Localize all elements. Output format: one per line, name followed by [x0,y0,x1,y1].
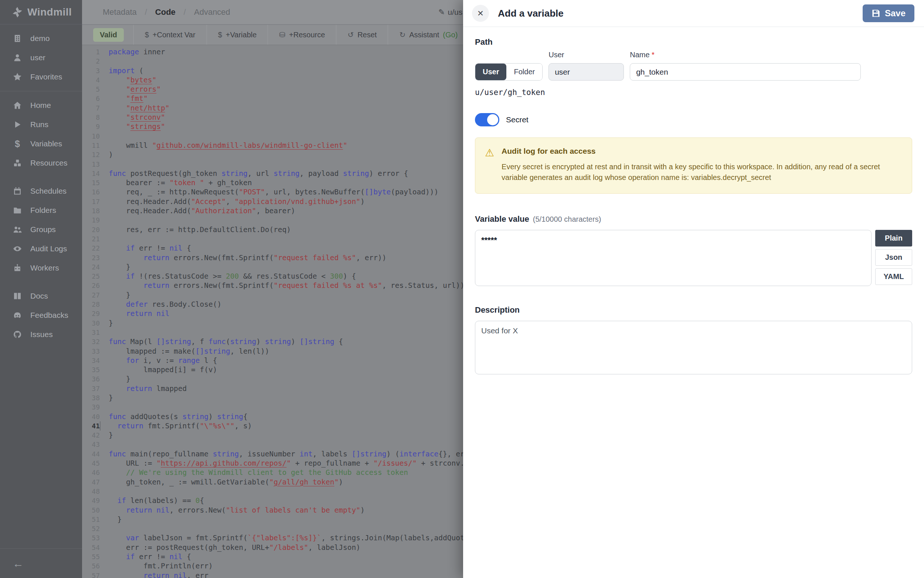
sidebar-collapse-button[interactable]: ← [0,549,82,578]
code-line-content [100,57,109,66]
save-button[interactable]: Save [863,5,914,22]
refresh-icon: ↻ [399,30,406,39]
script-path-edit[interactable]: ✎ u/us [438,0,462,24]
sidebar-item-audit-logs[interactable]: Audit Logs [0,239,82,258]
line-number: 40 [82,412,100,421]
description-heading: Description [475,305,912,315]
line-number: 39 [82,403,100,412]
owner-input[interactable] [549,63,624,81]
code-line-content: } [100,374,130,383]
step-advanced[interactable]: Advanced [194,7,230,17]
line-number: 5 [82,84,100,94]
sidebar-item-home[interactable]: Home [0,96,82,115]
toolbar-button-label: Reset [357,31,377,39]
line-number: 50 [82,506,100,515]
sidebar-section-help-nav: DocsFeedbacksIssues [0,282,82,349]
line-number: 22 [82,244,100,253]
code-line-content: return nil, errors.New("list of labels c… [100,506,365,515]
windmill-logo-icon [11,6,24,18]
line-number: 14 [82,169,100,178]
code-line-content: "strings" [100,122,165,131]
sidebar-item-label: Audit Logs [30,244,67,253]
value-format-tab-yaml[interactable]: YAML [875,268,912,285]
sidebar-item-label: Groups [30,225,56,234]
sidebar-item-folders[interactable]: Folders [0,201,82,220]
value-format-tab-plain[interactable]: Plain [875,230,912,247]
code-line-content: return fmt.Sprintf("\"%s\"", s) [100,421,252,430]
line-number: 52 [82,524,100,533]
code-line-content: if err != nil { [100,244,191,253]
toolbar-button-suffix: (Go) [443,31,458,39]
secret-toggle[interactable] [475,113,499,127]
line-number: 2 [82,57,100,66]
line-number: 25 [82,272,100,281]
dollar-icon: $ [13,139,22,149]
sidebar-item-resources[interactable]: Resources [0,153,82,172]
code-line-content: } [100,291,130,300]
variable-value-input[interactable] [475,230,872,286]
value-format-tab-json[interactable]: Json [875,249,912,266]
variable-value-heading: Variable value [475,214,529,224]
undo-icon: ↺ [348,30,354,39]
close-icon[interactable]: × [472,5,489,22]
sidebar-item-label: Favorites [30,72,62,81]
code-line-content: func addQuotes(s string) string{ [100,412,248,421]
line-number: 9 [82,122,100,131]
toolbar-button-add-variable[interactable]: $+Variable [206,25,268,45]
drawer-header: × Add a variable Save [463,0,924,27]
line-number: 57 [82,571,100,578]
owner-toggle-folder[interactable]: Folder [507,63,542,80]
code-line-content [100,328,109,337]
sidebar-item-label: Runs [30,120,49,129]
code-line-content: "net/http" [100,104,169,113]
user-icon [13,53,22,62]
breadcrumb-separator: / [184,7,186,17]
line-number: 1 [82,47,100,57]
sidebar-item-demo[interactable]: demo [0,29,82,48]
variable-name-input[interactable] [630,63,861,81]
sidebar-section-admin-nav: SchedulesFoldersGroupsAudit LogsWorkers [0,177,82,282]
user-field-label: User [549,50,624,60]
line-number: 48 [82,487,100,496]
code-line-content: fmt.Println(err) [100,561,213,571]
line-number: 13 [82,160,100,169]
toolbar-button-reset[interactable]: ↺Reset [336,25,388,45]
step-code[interactable]: Code [155,7,175,17]
code-line-content: package inner [100,47,165,57]
windmill-logo[interactable]: Windmill [0,0,82,24]
line-number: 24 [82,262,100,272]
line-number: 4 [82,75,100,84]
code-line-content: func main(repo_fullname string, issueNum… [100,450,490,459]
windmill-logo-text: Windmill [28,6,72,18]
sidebar-item-favorites[interactable]: Favorites [0,67,82,86]
code-line-content [100,524,109,533]
line-number: 44 [82,450,100,459]
value-format-tabs: PlainJsonYAML [875,230,912,285]
sidebar-item-feedbacks[interactable]: Feedbacks [0,306,82,325]
line-number: 43 [82,440,100,449]
sidebar-item-docs[interactable]: Docs [0,286,82,306]
sidebar-item-groups[interactable]: Groups [0,220,82,239]
warning-title: Audit log for each access [502,147,893,156]
drawer-title: Add a variable [498,8,863,19]
toolbar-button-add-context-var[interactable]: $+Context Var [133,25,206,45]
sidebar-item-runs[interactable]: Runs [0,115,82,134]
code-line-content: res, err := http.DefaultClient.Do(req) [100,225,291,234]
toolbar-button-assistant[interactable]: ↻Assistant(Go) [388,25,469,45]
code-line-content: return errors.New(fmt.Sprintf("request f… [100,253,386,262]
step-metadata[interactable]: Metadata [103,7,137,17]
sidebar-item-issues[interactable]: Issues [0,325,82,344]
description-input[interactable] [475,321,912,374]
code-line-content: return nil [100,309,169,318]
toolbar-button-add-resource[interactable]: ⛁+Resource [268,25,336,45]
code-line-content: if err != nil { [100,552,191,561]
sidebar-item-user[interactable]: user [0,48,82,67]
sidebar-item-schedules[interactable]: Schedules [0,182,82,201]
breadcrumb-separator: / [145,7,147,17]
sidebar-item-variables[interactable]: $Variables [0,134,82,153]
line-number: 55 [82,552,100,561]
owner-toggle-user[interactable]: User [475,63,507,80]
line-number: 6 [82,94,100,103]
sidebar-item-workers[interactable]: Workers [0,258,82,278]
add-variable-drawer: × Add a variable Save Path UserFolder Us… [463,0,924,578]
